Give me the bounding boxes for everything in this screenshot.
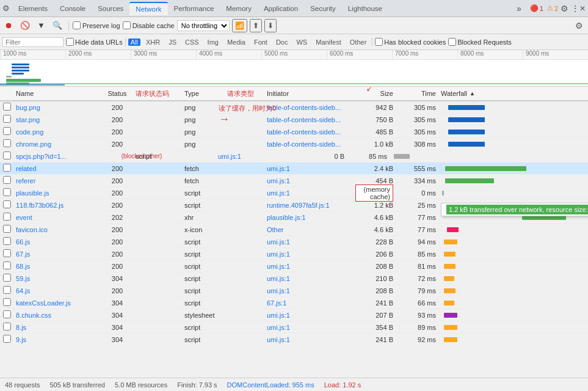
settings-button[interactable]: ⚙	[558, 4, 571, 13]
row-name[interactable]: 67.js	[13, 250, 99, 258]
hide-data-urls-input[interactable]	[66, 38, 74, 46]
settings-gear-right[interactable]: ⚙	[573, 20, 586, 32]
filter-media-button[interactable]: Media	[224, 38, 249, 46]
row-name[interactable]: spcjs.php?id=1...	[13, 153, 99, 160]
tab-performance[interactable]: Performance	[168, 2, 220, 15]
disable-cache-input[interactable]	[123, 21, 131, 29]
row-initiator[interactable]: umi.js:1	[267, 275, 355, 282]
row-name[interactable]: 68.js	[13, 263, 99, 270]
download-icon-button[interactable]: ⬇	[264, 19, 277, 32]
table-row[interactable]: 64.js 200 script umi.js:1 208 B 79 ms	[0, 285, 588, 297]
row-initiator[interactable]: table-of-contents-sideb...	[267, 141, 355, 148]
row-initiator[interactable]: 67.js:1	[267, 299, 355, 307]
filter-manifest-button[interactable]: Manifest	[313, 38, 344, 46]
filter-xhr-button[interactable]: XHR	[143, 38, 163, 46]
filter-doc-button[interactable]: Doc	[273, 38, 291, 46]
row-initiator[interactable]: umi.js:1	[267, 324, 355, 331]
row-name[interactable]: 9.js	[13, 336, 99, 343]
upload-icon-button[interactable]: ⬆	[250, 19, 262, 32]
filter-toggle-button[interactable]: ▼	[35, 20, 48, 31]
table-row[interactable]: 68.js 200 script umi.js:1 208 B 81 ms	[0, 260, 588, 272]
row-name[interactable]: 64.js	[13, 287, 99, 294]
filter-other-button[interactable]: Other	[347, 38, 370, 46]
table-row[interactable]: 59.js 304 script umi.js:1 210 B 72 ms	[0, 272, 588, 285]
table-row[interactable]: 8.js 304 script umi.js:1 354 B 89 ms	[0, 321, 588, 334]
filter-css-button[interactable]: CSS	[182, 38, 202, 46]
table-row[interactable]: referer 200 fetch umi.js:1 454 B 334 ms	[0, 175, 588, 187]
close-button[interactable]: ✕	[579, 4, 586, 13]
table-row[interactable]: 9.js 304 script umi.js:1 241 B 92 ms	[0, 334, 588, 346]
filter-img-button[interactable]: Img	[205, 38, 222, 46]
row-initiator[interactable]: runtime.4097fa5f.js:1	[267, 202, 355, 209]
has-blocked-input[interactable]	[375, 38, 383, 46]
row-initiator[interactable]: umi.js:1	[267, 165, 355, 172]
table-row[interactable]: plausible.js 200 script umi.js:1 (memory…	[0, 187, 588, 199]
tab-memory[interactable]: Memory	[220, 2, 258, 15]
row-name[interactable]: favicon.ico	[13, 226, 99, 233]
more-options-button[interactable]: ⋮	[571, 4, 579, 13]
table-row[interactable]: bug.png 200 png table-of-contents-sideb.…	[0, 101, 588, 114]
col-waterfall-header[interactable]: Waterfall ▲	[441, 90, 588, 97]
row-name[interactable]: chrome.png	[13, 141, 99, 148]
filter-font-button[interactable]: Font	[251, 38, 270, 46]
row-name[interactable]: 8.js	[13, 324, 99, 331]
filter-all-button[interactable]: All	[128, 38, 140, 46]
row-initiator[interactable]: umi.js:1	[267, 287, 355, 294]
tab-application[interactable]: Application	[258, 2, 304, 15]
col-type-header[interactable]: Type	[184, 90, 227, 97]
row-initiator[interactable]: umi.js:1	[267, 336, 355, 343]
row-initiator[interactable]: umi.js:1	[267, 312, 355, 319]
row-initiator[interactable]: umi.js:1	[267, 177, 355, 185]
row-initiator[interactable]: umi.js:1	[267, 238, 355, 246]
row-name[interactable]: katexCssLoader.js	[13, 299, 99, 307]
row-name[interactable]: related	[13, 165, 99, 172]
filter-input[interactable]	[2, 37, 64, 47]
row-initiator[interactable]: umi.js:1	[267, 263, 355, 270]
col-name-header[interactable]: Name	[13, 90, 99, 97]
row-name[interactable]: plausible.js	[13, 189, 99, 197]
row-initiator[interactable]: umi.js:1	[267, 189, 355, 197]
preserve-log-checkbox[interactable]: Preserve log	[73, 21, 120, 29]
tab-elements[interactable]: Elements	[12, 2, 54, 15]
table-row[interactable]: chrome.png 200 png table-of-contents-sid…	[0, 138, 588, 150]
has-blocked-checkbox[interactable]: Has blocked cookies	[375, 38, 446, 46]
wifi-icon-button[interactable]: 📶	[232, 19, 247, 32]
tab-sources[interactable]: Sources	[92, 2, 129, 15]
row-name[interactable]: 118.fb73b062.js	[13, 202, 99, 209]
row-initiator[interactable]: table-of-contents-sideb...	[267, 128, 355, 136]
filter-js-button[interactable]: JS	[165, 38, 180, 46]
disable-cache-checkbox[interactable]: Disable cache	[123, 21, 175, 29]
record-button[interactable]: ⏺	[2, 20, 15, 31]
col-status-header[interactable]: Status	[99, 90, 136, 97]
tab-security[interactable]: Security	[304, 2, 342, 15]
row-initiator[interactable]: umi.js:1	[267, 250, 355, 258]
table-row[interactable]: 66.js 200 script umi.js:1 228 B 94 ms	[0, 236, 588, 248]
row-name[interactable]: bug.png	[13, 104, 99, 111]
row-name[interactable]: star.png	[13, 116, 99, 123]
table-row[interactable]: 8.chunk.css 304 stylesheet umi.js:1 207 …	[0, 309, 588, 321]
row-initiator[interactable]: umi.js:1	[218, 153, 307, 160]
preserve-log-input[interactable]	[73, 21, 81, 29]
throttle-dropdown[interactable]: No throttling	[177, 20, 230, 31]
throttle-select[interactable]: No throttling	[177, 20, 230, 31]
table-row[interactable]: star.png 200 png table-of-contents-sideb…	[0, 114, 588, 126]
search-button[interactable]: 🔍	[50, 20, 65, 31]
blocked-requests-checkbox[interactable]: Blocked Requests	[448, 38, 512, 46]
table-row[interactable]: related 200 fetch umi.js:1 2.4 kB 555 ms	[0, 163, 588, 175]
row-name[interactable]: event	[13, 214, 99, 221]
hide-data-urls-checkbox[interactable]: Hide data URLs	[66, 38, 123, 46]
row-check[interactable]	[0, 103, 13, 112]
tab-more[interactable]: »	[513, 4, 525, 13]
tab-network[interactable]: Network	[129, 2, 167, 15]
row-name[interactable]: 66.js	[13, 238, 99, 246]
table-row[interactable]: favicon.ico 200 x-icon Other 4.6 kB 77 m…	[0, 224, 588, 236]
tab-lighthouse[interactable]: Lighthouse	[342, 2, 388, 15]
table-row[interactable]: katexCssLoader.js 304 script 67.js:1 241…	[0, 297, 588, 309]
clear-button[interactable]: 🚫	[18, 20, 32, 31]
row-initiator[interactable]: plausible.js:1	[267, 214, 355, 221]
col-initiator-header[interactable]: Initiator	[267, 90, 355, 97]
row-initiator[interactable]: table-of-contents-sideb...	[267, 116, 355, 123]
filter-ws-button[interactable]: WS	[293, 38, 310, 46]
row-initiator[interactable]: table-of-contents-sideb...	[267, 104, 355, 111]
table-row[interactable]: spcjs.php?id=1... (blocked:other) script…	[0, 150, 588, 163]
